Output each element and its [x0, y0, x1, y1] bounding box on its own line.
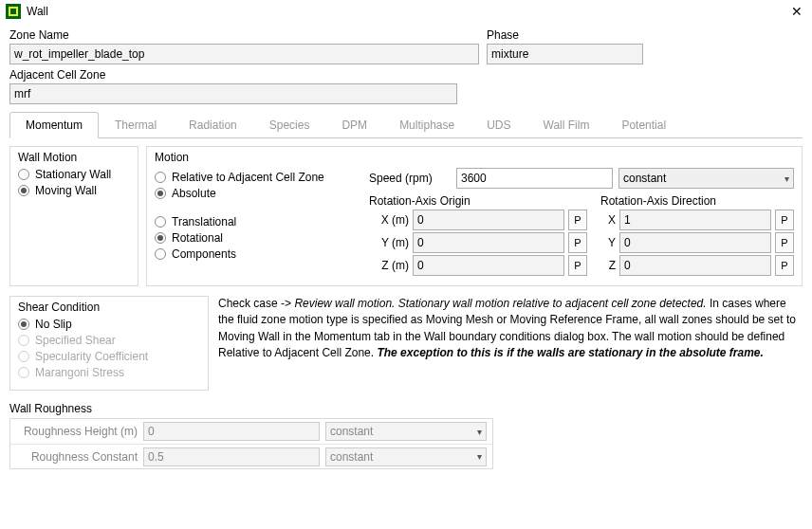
motion-ref-absolute-label: Absolute	[172, 187, 216, 200]
tab-wall-film[interactable]: Wall Film	[527, 112, 606, 137]
direction-y-input[interactable]	[619, 232, 771, 253]
tab-radiation[interactable]: Radiation	[173, 112, 253, 137]
motion-type-components-label: Components	[172, 247, 236, 261]
motion-type-translational[interactable]: Translational	[155, 215, 354, 228]
roughness-constant-mode-value: constant	[330, 450, 373, 464]
rotation-direction-title: Rotation-Axis Direction	[600, 194, 794, 208]
shear-title: Shear Condition	[18, 301, 200, 314]
tab-multiphase[interactable]: Multiphase	[383, 112, 471, 137]
roughness-height-label: Roughness Height (m)	[16, 425, 138, 438]
rotation-origin-group: Rotation-Axis Origin X (m) P Y (m) P	[369, 194, 587, 278]
wall-motion-moving-label: Moving Wall	[35, 184, 97, 197]
speed-mode-dropdown[interactable]: constant ▾	[618, 168, 794, 189]
motion-ref-absolute[interactable]: Absolute	[155, 187, 354, 200]
adj-zone-label: Adjacent Cell Zone	[9, 68, 457, 82]
phase-input[interactable]	[487, 44, 643, 64]
svg-rect-2	[10, 9, 16, 14]
radio-icon	[18, 185, 29, 196]
shear-no-slip-label: No Slip	[35, 318, 72, 331]
shear-specularity: Specularity Coefficient	[18, 350, 200, 363]
tab-momentum[interactable]: Momentum	[9, 112, 99, 138]
origin-z-input[interactable]	[413, 255, 564, 276]
note-lead: Check case ->	[218, 297, 294, 310]
chevron-down-icon: ▾	[477, 427, 482, 437]
origin-y-label: Y (m)	[369, 236, 409, 249]
speed-label: Speed (rpm)	[369, 172, 451, 185]
direction-y-label: Y	[600, 236, 616, 249]
check-case-note: Check case -> Review wall motion. Statio…	[218, 296, 803, 391]
roughness-group: Roughness Height (m) constant ▾ Roughnes…	[9, 418, 493, 469]
radio-icon	[155, 232, 166, 244]
roughness-constant-label: Roughness Constant	[16, 450, 138, 464]
chevron-down-icon: ▾	[784, 173, 789, 184]
direction-y-p-button[interactable]: P	[775, 232, 794, 253]
origin-x-label: X (m)	[369, 213, 409, 227]
window-title: Wall	[27, 5, 787, 18]
roughness-constant-mode-dropdown: constant ▾	[325, 447, 487, 466]
radio-icon	[155, 172, 166, 183]
rotation-origin-title: Rotation-Axis Origin	[369, 194, 587, 208]
app-icon	[6, 4, 21, 19]
origin-x-p-button[interactable]: P	[568, 210, 587, 230]
radio-icon	[18, 351, 29, 362]
origin-z-p-button[interactable]: P	[568, 255, 587, 276]
roughness-height-mode-dropdown: constant ▾	[325, 422, 487, 441]
origin-z-label: Z (m)	[369, 259, 409, 272]
direction-z-p-button[interactable]: P	[775, 255, 794, 276]
titlebar: Wall ✕	[0, 0, 812, 23]
shear-specified: Specified Shear	[18, 334, 200, 347]
roughness-title: Wall Roughness	[9, 402, 803, 415]
direction-x-p-button[interactable]: P	[775, 210, 794, 230]
rotation-direction-group: Rotation-Axis Direction X P Y P	[600, 194, 794, 278]
roughness-height-mode-value: constant	[330, 425, 373, 438]
motion-ref-relative[interactable]: Relative to Adjacent Cell Zone	[155, 171, 354, 184]
note-italic: Review wall motion. Stationary wall moti…	[294, 297, 706, 310]
motion-group: Motion Relative to Adjacent Cell Zone Ab…	[146, 146, 803, 286]
shear-marangoni-label: Marangoni Stress	[35, 366, 124, 379]
tab-species[interactable]: Species	[253, 112, 326, 137]
shear-no-slip[interactable]: No Slip	[18, 318, 200, 331]
radio-icon	[18, 367, 29, 378]
origin-y-input[interactable]	[413, 232, 564, 253]
motion-type-components[interactable]: Components	[155, 247, 354, 261]
motion-type-translational-label: Translational	[172, 215, 236, 228]
wall-motion-stationary[interactable]: Stationary Wall	[18, 168, 130, 181]
speed-mode-value: constant	[623, 172, 666, 185]
motion-title: Motion	[155, 151, 794, 164]
motion-type-rotational-label: Rotational	[172, 231, 223, 245]
direction-z-label: Z	[600, 259, 616, 272]
radio-icon	[18, 169, 29, 180]
radio-icon	[18, 335, 29, 346]
wall-motion-group: Wall Motion Stationary Wall Moving Wall	[9, 146, 138, 286]
shear-marangoni: Marangoni Stress	[18, 366, 200, 379]
direction-z-input[interactable]	[619, 255, 771, 276]
wall-motion-moving[interactable]: Moving Wall	[18, 184, 130, 197]
tab-dpm[interactable]: DPM	[325, 112, 383, 137]
shear-specularity-label: Specularity Coefficient	[35, 350, 148, 363]
roughness-constant-input	[143, 447, 320, 466]
origin-y-p-button[interactable]: P	[568, 232, 587, 253]
direction-x-input[interactable]	[619, 210, 771, 230]
wall-motion-stationary-label: Stationary Wall	[35, 168, 111, 181]
radio-icon	[155, 248, 166, 260]
tab-uds[interactable]: UDS	[471, 112, 526, 137]
zone-name-input[interactable]	[9, 44, 479, 64]
speed-input[interactable]	[456, 168, 613, 189]
radio-icon	[155, 216, 166, 228]
tabs: Momentum Thermal Radiation Species DPM M…	[9, 112, 803, 138]
zone-name-label: Zone Name	[9, 28, 479, 42]
motion-type-rotational[interactable]: Rotational	[155, 231, 354, 245]
shear-specified-label: Specified Shear	[35, 334, 116, 347]
shear-condition-group: Shear Condition No Slip Specified Shear …	[9, 296, 209, 391]
phase-label: Phase	[487, 28, 643, 42]
direction-x-label: X	[600, 213, 616, 227]
tab-potential[interactable]: Potential	[605, 112, 682, 137]
motion-ref-relative-label: Relative to Adjacent Cell Zone	[172, 171, 324, 184]
wall-motion-title: Wall Motion	[18, 151, 130, 164]
close-button[interactable]: ✕	[787, 2, 806, 21]
origin-x-input[interactable]	[413, 210, 564, 230]
adj-zone-input[interactable]	[9, 83, 457, 104]
tab-thermal[interactable]: Thermal	[99, 112, 173, 137]
note-bold: The exception to this is if the walls ar…	[377, 346, 763, 359]
radio-icon	[18, 319, 29, 330]
